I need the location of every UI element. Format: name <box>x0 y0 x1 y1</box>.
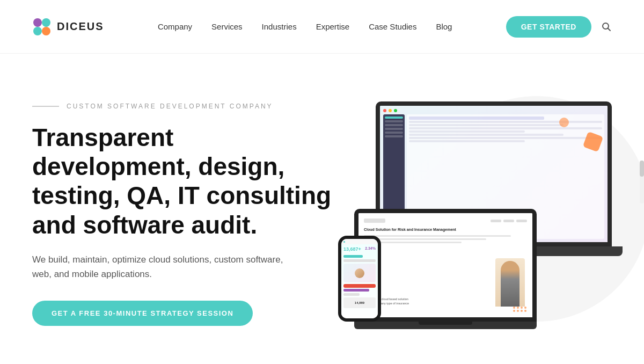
laptop-front-base <box>354 322 537 329</box>
screen-front-content: Cloud Solution for Risk and Insurance Ma… <box>358 213 532 317</box>
nav-services[interactable]: Services <box>211 22 243 31</box>
front-nav-mini <box>491 220 527 222</box>
search-button[interactable] <box>601 21 612 32</box>
content-row-6 <box>409 137 602 139</box>
phone-row-purple <box>343 289 369 292</box>
dot-green <box>394 109 397 112</box>
phone-avatar <box>355 268 364 278</box>
phone-status-bar <box>341 239 378 244</box>
phone-bottom-stats: 14,889 <box>343 297 376 308</box>
phone-stat-1: 13,687+ <box>343 246 361 253</box>
hero-description: We build, maintain, optimize cloud solut… <box>32 252 290 281</box>
laptop-front: Cloud Solution for Risk and Insurance Ma… <box>354 209 537 338</box>
dot-red <box>383 109 386 112</box>
dot-8 <box>524 310 526 312</box>
phone-stats-row: 13,687+ 2.34% <box>343 246 376 253</box>
phone-row-2 <box>343 293 360 296</box>
nav-company[interactable]: Company <box>158 22 192 31</box>
search-icon <box>601 21 612 32</box>
front-nav-dot-1 <box>491 220 501 222</box>
hero-devices: Cloud Solution for Risk and Insurance Ma… <box>333 91 633 338</box>
front-screen-header <box>364 219 527 223</box>
phone-body: 13,687+ 2.34% <box>338 236 381 322</box>
deco-shape-2 <box>559 118 569 127</box>
phone-row-1 <box>343 259 376 262</box>
nav-industries[interactable]: Industries <box>262 22 297 31</box>
svg-point-0 <box>33 18 42 27</box>
hero-title: Transparent development, design, testing… <box>32 123 333 239</box>
get-started-button[interactable]: GET STARTED <box>506 16 591 38</box>
nav-expertise[interactable]: Expertise <box>316 22 350 31</box>
content-row-1 <box>409 121 602 123</box>
content-row-4 <box>409 130 525 133</box>
hero-cta-button[interactable]: GET A FREE 30-MINUTE STRATEGY SESSION <box>32 301 253 326</box>
scrollbar[interactable] <box>640 161 644 203</box>
phone-status-dot <box>343 241 345 243</box>
front-nav-dot-3 <box>516 220 527 222</box>
dot-6 <box>517 310 519 312</box>
front-sub-2 <box>364 238 486 240</box>
nav-blog[interactable]: Blog <box>436 22 452 31</box>
front-logo-mini <box>364 219 385 223</box>
phone-red-button <box>343 284 376 288</box>
logo[interactable]: DICEUS <box>32 17 104 37</box>
sidebar-item-4 <box>385 128 403 130</box>
subtitle-text: CUSTOM SOFTWARE DEVELOPMENT COMPANY <box>67 103 273 110</box>
sidebar-item-5 <box>385 132 403 134</box>
sidebar-item-2 <box>385 120 403 122</box>
sidebar-item-1 <box>385 117 403 119</box>
dot-7 <box>521 310 523 312</box>
hero-subtitle: CUSTOM SOFTWARE DEVELOPMENT COMPANY <box>32 103 333 110</box>
subtitle-line <box>32 106 59 107</box>
logo-icon <box>32 17 52 37</box>
site-header: DICEUS Company Services Industries Exper… <box>0 0 644 54</box>
hero-section: CUSTOM SOFTWARE DEVELOPMENT COMPANY Tran… <box>0 54 644 364</box>
content-row-5 <box>409 134 564 136</box>
content-row-2 <box>409 124 564 126</box>
phone-img <box>343 264 376 282</box>
phone-content: 13,687+ 2.34% <box>341 244 378 318</box>
content-row-7 <box>409 140 525 142</box>
phone-row-accent <box>343 255 363 258</box>
dot-4 <box>524 307 526 309</box>
front-dots <box>513 307 527 312</box>
phone-stat-2: 2.34% <box>365 246 376 253</box>
screen-topbar <box>383 109 604 112</box>
svg-line-5 <box>608 28 610 31</box>
front-sub-1 <box>364 235 511 237</box>
content-row-3 <box>409 127 602 129</box>
mini-header <box>409 117 544 120</box>
dot-5 <box>513 310 515 312</box>
svg-point-1 <box>42 18 50 27</box>
stat-num-2: 2.34% <box>365 246 376 250</box>
front-person <box>495 258 525 307</box>
sidebar-item-6 <box>385 135 403 137</box>
person-silhouette <box>501 261 519 307</box>
logo-text: DICEUS <box>57 20 104 33</box>
main-nav: Company Services Industries Expertise Ca… <box>158 22 452 31</box>
mobile-phone: 13,687+ 2.34% <box>338 236 381 322</box>
svg-point-3 <box>42 27 50 35</box>
svg-point-2 <box>33 27 42 35</box>
front-screen-title: Cloud Solution for Risk and Insurance Ma… <box>364 227 527 232</box>
sidebar-item-3 <box>385 124 403 126</box>
dot-2 <box>517 307 519 309</box>
front-nav-dot-2 <box>503 220 514 222</box>
header-actions: GET STARTED <box>506 16 612 38</box>
scrollbar-thumb <box>640 161 644 177</box>
dot-1 <box>513 307 515 309</box>
dot-yellow <box>389 109 392 112</box>
laptop-front-screen: Cloud Solution for Risk and Insurance Ma… <box>354 209 537 322</box>
dot-3 <box>521 307 523 309</box>
phone-screen: 13,687+ 2.34% <box>341 239 378 318</box>
nav-case-studies[interactable]: Case Studies <box>369 22 416 31</box>
phone-bottom-stat-1: 14,889 <box>343 297 376 308</box>
stat-num-1: 13,687+ <box>343 246 361 252</box>
hero-content: CUSTOM SOFTWARE DEVELOPMENT COMPANY Tran… <box>32 103 333 326</box>
